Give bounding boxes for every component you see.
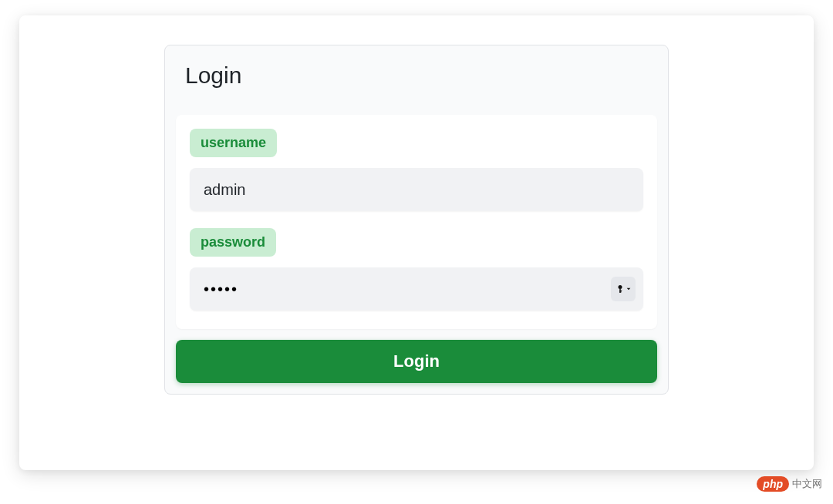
login-form-card: username password bbox=[176, 115, 657, 329]
username-input[interactable] bbox=[190, 168, 643, 211]
panel-title: Login bbox=[185, 62, 648, 89]
panel-header: Login bbox=[165, 45, 668, 115]
watermark-text: 中文网 bbox=[792, 477, 822, 491]
svg-rect-2 bbox=[619, 291, 622, 291]
svg-rect-3 bbox=[619, 291, 622, 292]
svg-point-0 bbox=[618, 285, 622, 289]
login-button[interactable]: Login bbox=[176, 340, 657, 383]
username-group: username bbox=[190, 129, 643, 211]
password-label: password bbox=[190, 228, 276, 257]
watermark-badge: php bbox=[757, 476, 789, 492]
username-label: username bbox=[190, 129, 277, 157]
password-group: password bbox=[190, 228, 643, 311]
login-panel: Login username password bbox=[164, 45, 669, 395]
chevron-down-icon bbox=[626, 286, 632, 292]
password-input[interactable] bbox=[190, 267, 643, 311]
password-key-dropdown[interactable] bbox=[611, 277, 636, 301]
password-wrapper bbox=[190, 267, 643, 311]
watermark: php 中文网 bbox=[757, 476, 822, 492]
key-icon bbox=[615, 284, 625, 294]
page-card: Login username password bbox=[19, 15, 814, 470]
